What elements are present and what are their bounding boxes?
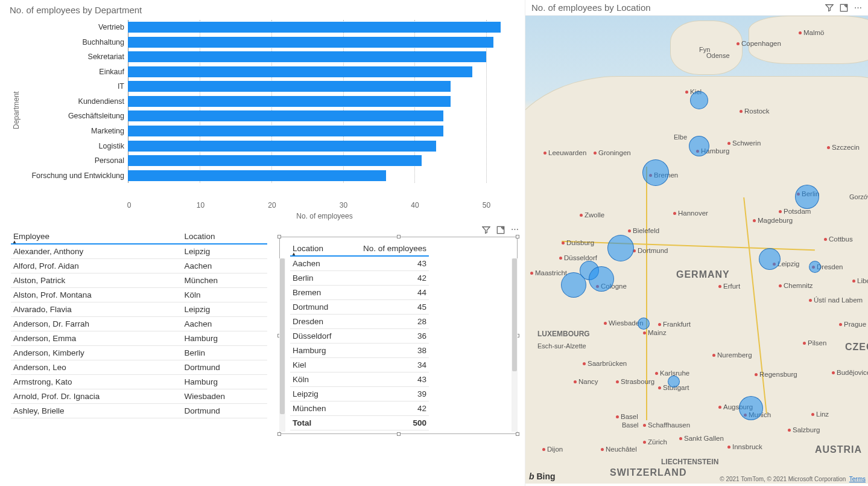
table-row[interactable]: Hamburg38	[290, 344, 429, 358]
employee-table-visual[interactable]: Employee▲ Location Alexander, AnthonyLei…	[0, 223, 274, 486]
chart-plot-area[interactable]	[128, 20, 508, 183]
chart-bar[interactable]	[128, 110, 443, 121]
table-row[interactable]: Leipzig39	[290, 387, 429, 401]
scrollbar-thumb[interactable]	[512, 258, 517, 371]
focus-mode-icon[interactable]	[840, 3, 848, 13]
y-tick-label: IT	[118, 82, 124, 91]
table-row[interactable]: Berlin42	[290, 271, 429, 286]
col-employee[interactable]: Employee▲	[11, 228, 182, 244]
map-bubble[interactable]	[642, 159, 669, 186]
map-canvas[interactable]: b Bing © 2021 TomTom, © 2021 Microsoft C…	[525, 16, 868, 484]
table-row[interactable]: Düsseldorf36	[290, 329, 429, 344]
map-bubble[interactable]	[690, 91, 708, 109]
cell-location: Berlin	[290, 271, 344, 286]
cell-count: 44	[344, 286, 429, 300]
cell-location: München	[182, 273, 267, 288]
col-loc[interactable]: Location▲	[290, 240, 344, 256]
y-tick-label: Buchhaltung	[82, 38, 124, 46]
cell-location: Köln	[290, 372, 344, 387]
cell-employee: Alvarado, Flavia	[11, 302, 182, 317]
sort-asc-icon: ▲	[12, 239, 17, 245]
col-loc-label: Location	[293, 244, 323, 253]
table-row[interactable]: Aachen43	[290, 256, 429, 271]
table-row[interactable]: München42	[290, 401, 429, 416]
cell-location: Leipzig	[182, 244, 267, 259]
y-tick-label: Vertrieb	[98, 23, 124, 31]
table-row[interactable]: Alvarado, FlaviaLeipzig	[11, 302, 267, 317]
chart-bar[interactable]	[128, 96, 451, 107]
cell-count: 39	[344, 387, 429, 401]
filter-icon[interactable]	[825, 3, 834, 13]
table-row[interactable]: Anderson, LeoDortmund	[11, 360, 267, 375]
cell-employee: Alexander, Anthony	[11, 244, 182, 259]
table-row[interactable]: Alston, PatrickMünchen	[11, 273, 267, 288]
map-bubble[interactable]	[638, 318, 650, 330]
scrollbar-left[interactable]	[279, 258, 285, 432]
location-table[interactable]: Location▲ No. of employees Aachen43Berli…	[290, 240, 429, 430]
map-attribution: © 2021 TomTom, © 2021 Microsoft Corporat…	[720, 476, 866, 482]
col-count[interactable]: No. of employees	[344, 240, 429, 256]
chart-bar[interactable]	[128, 170, 386, 181]
cell-location: Dortmund	[182, 404, 267, 418]
table-row[interactable]: Alexander, AnthonyLeipzig	[11, 244, 267, 259]
table-row[interactable]: Anderson, EmmaHamburg	[11, 331, 267, 346]
chart-bar[interactable]	[128, 141, 436, 152]
location-table-visual[interactable]: ⋯ Location▲ No. of employees	[274, 223, 525, 486]
table-row[interactable]: Köln43	[290, 372, 429, 387]
chart-bar[interactable]	[128, 126, 443, 136]
x-tick-label: 20	[268, 201, 276, 209]
map-visual[interactable]: No. of employees by Location ⋯ b Bing © …	[525, 0, 868, 486]
cell-count: 28	[344, 315, 429, 329]
map-title: No. of employees by Location	[531, 2, 651, 13]
chart-bar[interactable]	[128, 22, 501, 33]
cell-location: Bremen	[290, 286, 344, 300]
cell-employee: Anderson, Emma	[11, 331, 182, 346]
map-bubble[interactable]	[809, 261, 821, 273]
cell-location: Leipzig	[290, 387, 344, 401]
terms-link[interactable]: Terms	[849, 476, 866, 482]
map-bubble[interactable]	[668, 376, 680, 388]
cell-location: Wiesbaden	[182, 389, 267, 404]
scrollbar[interactable]	[512, 258, 518, 432]
cell-employee: Anderson, Kimberly	[11, 346, 182, 360]
chart-title: No. of employees by Department	[10, 5, 520, 15]
x-axis-ticks: 01020304050	[129, 201, 508, 211]
table-row[interactable]: Alford, Prof. AidanAachen	[11, 259, 267, 273]
chart-bar[interactable]	[128, 51, 486, 62]
cell-location: Berlin	[182, 346, 267, 360]
chart-employees-by-department[interactable]: No. of employees by Department Departmen…	[0, 0, 525, 223]
table-row[interactable]: Arnold, Prof. Dr. IgnaciaWiesbaden	[11, 389, 267, 404]
map-bubble[interactable]	[589, 266, 614, 292]
table-row[interactable]: Armstrong, KatoHamburg	[11, 375, 267, 389]
map-bubble[interactable]	[607, 235, 634, 261]
y-tick-label: Personal	[95, 156, 124, 165]
cell-count: 43	[344, 372, 429, 387]
table-row[interactable]: Dortmund45	[290, 300, 429, 315]
chart-bar[interactable]	[128, 81, 451, 92]
table-row[interactable]: Bremen44	[290, 286, 429, 300]
chart-bar[interactable]	[128, 66, 472, 77]
table-row[interactable]: Ashley, BrielleDortmund	[11, 404, 267, 418]
cell-employee: Alston, Prof. Montana	[11, 288, 182, 302]
map-bubble[interactable]	[739, 396, 763, 420]
cell-employee: Arnold, Prof. Dr. Ignacia	[11, 389, 182, 404]
table-row[interactable]: Dresden28	[290, 315, 429, 329]
chart-bar[interactable]	[128, 155, 422, 166]
chart-bar[interactable]	[128, 37, 493, 48]
cell-employee: Anderson, Leo	[11, 360, 182, 375]
col-location[interactable]: Location	[182, 228, 267, 244]
map-bubble[interactable]	[759, 248, 781, 270]
scrollbar-thumb[interactable]	[280, 258, 285, 414]
cell-location: Hamburg	[182, 375, 267, 389]
more-options-icon[interactable]: ⋯	[854, 3, 862, 13]
map-bubble[interactable]	[795, 185, 819, 209]
table-row[interactable]: Kiel34	[290, 358, 429, 372]
employee-table[interactable]: Employee▲ Location Alexander, AnthonyLei…	[11, 228, 267, 418]
cell-count: 42	[344, 401, 429, 416]
map-bubble[interactable]	[689, 136, 709, 156]
table-row[interactable]: Alston, Prof. MontanaKöln	[11, 288, 267, 302]
map-bubble[interactable]	[561, 272, 586, 298]
cell-employee: Ashley, Brielle	[11, 404, 182, 418]
table-row[interactable]: Anderson, Dr. FarrahAachen	[11, 317, 267, 331]
table-row[interactable]: Anderson, KimberlyBerlin	[11, 346, 267, 360]
